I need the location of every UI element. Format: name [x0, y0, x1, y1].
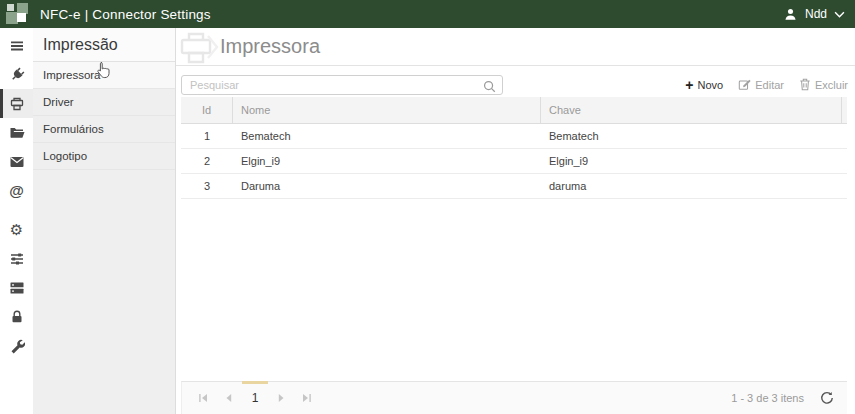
- app-window: NFC-e | Connector Settings Ndd: [0, 0, 855, 414]
- toolbar: + Novo Editar Excluir: [176, 66, 855, 97]
- app-logo: [4, 2, 31, 26]
- topbar: NFC-e | Connector Settings Ndd: [0, 0, 855, 28]
- next-page-button[interactable]: [268, 382, 294, 414]
- cell-nome: Bematech: [233, 130, 541, 142]
- table-row[interactable]: 2Elgin_i9Elgin_i9: [181, 149, 847, 174]
- cell-id: 3: [181, 180, 233, 192]
- page-header: Impressora: [176, 28, 855, 66]
- plug-icon[interactable]: [0, 60, 33, 89]
- data-grid: Id Nome Chave 1BematechBematech2Elgin_i9…: [181, 97, 847, 199]
- cell-chave: daruma: [541, 180, 847, 192]
- cell-id: 1: [181, 130, 233, 142]
- folder-open-icon[interactable]: [0, 118, 33, 147]
- search-icon: [483, 79, 496, 97]
- mail-icon[interactable]: [0, 147, 33, 176]
- new-button[interactable]: + Novo: [685, 78, 723, 92]
- sliders-icon[interactable]: [0, 244, 33, 273]
- user-menu[interactable]: Ndd: [783, 7, 845, 22]
- page-title: Impressora: [220, 35, 320, 58]
- items-info: 1 - 3 de 3 itens: [731, 392, 804, 404]
- icon-rail: @ ⚙: [0, 28, 33, 414]
- table-row[interactable]: 1BematechBematech: [181, 124, 847, 149]
- column-header-nome[interactable]: Nome: [233, 97, 541, 123]
- delete-button[interactable]: Excluir: [799, 78, 848, 91]
- trash-icon: [799, 78, 811, 91]
- grid-empty-area: [176, 199, 855, 381]
- cell-chave: Elgin_i9: [541, 155, 847, 167]
- cell-id: 2: [181, 155, 233, 167]
- sidebar-items: ImpressoraDriverFormuláriosLogotipo: [33, 62, 175, 170]
- search-input[interactable]: [181, 75, 503, 95]
- gear-icon[interactable]: ⚙: [0, 215, 33, 244]
- sidebar-item[interactable]: Driver: [33, 89, 175, 116]
- cell-nome: Elgin_i9: [233, 155, 541, 167]
- column-header-spacer: [842, 97, 847, 123]
- pager-right: 1 - 3 de 3 itens: [731, 391, 847, 405]
- column-header-id[interactable]: Id: [181, 97, 233, 123]
- sidebar-title: Impressão: [33, 28, 175, 62]
- first-page-button[interactable]: [190, 382, 216, 414]
- app-title: NFC-e | Connector Settings: [40, 7, 211, 22]
- refresh-icon[interactable]: [820, 391, 834, 405]
- previous-page-button[interactable]: [216, 382, 242, 414]
- search-box: [181, 75, 503, 95]
- printer-icon[interactable]: [0, 89, 33, 118]
- edit-button[interactable]: Editar: [738, 78, 784, 91]
- at-sign-icon[interactable]: @: [0, 176, 33, 205]
- sidebar-item[interactable]: Formulários: [33, 116, 175, 143]
- grid-header-row: Id Nome Chave: [181, 97, 847, 124]
- current-page[interactable]: 1: [242, 382, 268, 414]
- sidebar-item[interactable]: Logotipo: [33, 143, 175, 170]
- plus-icon: +: [685, 78, 693, 92]
- user-name: Ndd: [805, 7, 827, 21]
- toolbar-actions: + Novo Editar Excluir: [685, 78, 850, 92]
- sidebar-item[interactable]: Impressora: [33, 62, 175, 89]
- table-row[interactable]: 3Darumadaruma: [181, 174, 847, 199]
- lock-icon[interactable]: [0, 302, 33, 331]
- pagination-bar: 1 1 - 3 de 3 itens: [181, 381, 847, 414]
- chevron-down-icon: [834, 11, 845, 18]
- pager-controls: 1: [182, 382, 320, 414]
- grid-body: 1BematechBematech2Elgin_i9Elgin_i93Darum…: [181, 124, 847, 199]
- edit-icon: [738, 78, 751, 91]
- cell-chave: Bematech: [541, 130, 847, 142]
- last-page-button[interactable]: [294, 382, 320, 414]
- sidebar: Impressão ImpressoraDriverFormuláriosLog…: [33, 28, 176, 414]
- main-content: Impressora + Novo: [176, 28, 855, 414]
- menu-icon[interactable]: [0, 31, 33, 60]
- wrench-icon[interactable]: [0, 331, 33, 360]
- printer-watermark-icon: [178, 30, 220, 68]
- cell-nome: Daruma: [233, 180, 541, 192]
- user-icon: [783, 7, 798, 22]
- column-header-chave[interactable]: Chave: [541, 97, 842, 123]
- server-icon[interactable]: [0, 273, 33, 302]
